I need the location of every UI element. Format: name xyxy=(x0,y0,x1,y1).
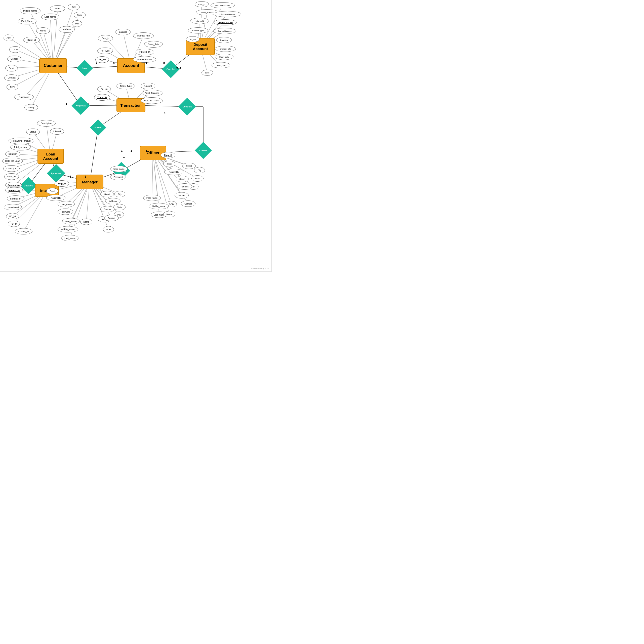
attr-street-mgr: Street xyxy=(100,191,114,197)
attr-city-off: City xyxy=(194,167,205,173)
attr-address-off: Address xyxy=(177,183,192,190)
attr-state-cust: State xyxy=(74,12,86,18)
attr-email-off: Email xyxy=(163,161,175,167)
attr-trans-type: Trans_Type xyxy=(116,83,135,89)
attr-savings-int: Savings_int xyxy=(7,195,24,202)
attr-loan-id: Loan_ID xyxy=(4,173,19,180)
attr-deposit-acc-type: DepositAccType xyxy=(211,2,235,8)
cardinality-label: 1 xyxy=(70,175,71,178)
attr-middle-name: Middle_Name xyxy=(20,7,41,14)
attr-address-cust: Address xyxy=(59,26,75,33)
relation-updates: Updates xyxy=(20,177,37,194)
attr-interest-id: Interest_ID xyxy=(5,187,23,193)
attr-emp-id-mgr: Emp_ID xyxy=(55,180,69,187)
attr-state-off: State xyxy=(191,175,204,182)
attr-current-int: Current_int xyxy=(15,228,32,234)
attr-last-name-mgr: Last_Name xyxy=(61,235,78,241)
cardinality-label: n xyxy=(56,164,57,167)
entity-manager-label: Manager xyxy=(82,180,98,184)
attr-ac-no-dep: Ac_No xyxy=(186,36,199,42)
attr-email-mgr: Email xyxy=(46,188,58,194)
attr-state-mgr: State xyxy=(113,204,126,210)
attr-nationality-mgr: Nationality xyxy=(46,195,65,201)
attr-interest-rate-acc: Interest_rate xyxy=(133,32,154,39)
attr-close-date: Close_date xyxy=(212,62,230,68)
attr-first-name-mgr: First_Name xyxy=(62,218,80,224)
attr-trans-id: Trans_ID xyxy=(94,94,110,101)
attr-middle-name-mgr: Middle_Name xyxy=(58,226,78,232)
entity-deposit-label: DepositAccount xyxy=(193,42,208,51)
attr-loan-interest: LoanInterest xyxy=(4,204,22,210)
relation-approves-label: Approves xyxy=(51,172,61,175)
entity-customer-label: Customer xyxy=(44,63,63,68)
attr-nationality-off: Nationality xyxy=(164,169,183,175)
cardinality-label: n xyxy=(163,61,165,64)
attr-email-cust: Email xyxy=(5,65,18,71)
entity-loan-label: LoanAccount xyxy=(43,152,58,160)
cardinality-label: 1 xyxy=(146,61,147,64)
cardinality-label: n xyxy=(115,103,116,106)
relation-controls: Controls xyxy=(178,98,196,116)
relation-updates-label: Updates xyxy=(24,184,33,187)
attr-amount: Amount xyxy=(141,83,155,89)
attr-gender-cust: Gender xyxy=(7,56,21,62)
attr-password-gov: Password xyxy=(110,174,126,180)
attr-emp-id-off: Emp_ID xyxy=(161,152,175,158)
cardinality-label: 1 xyxy=(131,149,132,152)
attr-age: Age xyxy=(4,34,14,41)
relation-makes: Makes xyxy=(90,119,106,136)
attr-interest-loan: Interest xyxy=(50,128,64,135)
attr-total-balance: Total_Balance xyxy=(142,90,163,96)
attr-gender-off: Gender xyxy=(175,192,189,198)
attr-closure-type: ClosureType xyxy=(188,27,208,33)
attr-cust-id-dep: Cust_id xyxy=(195,1,209,7)
watermark: www.creately.com xyxy=(251,267,269,269)
attr-dob-cust: DOB xyxy=(9,46,21,53)
attr-city-cust: City xyxy=(68,4,80,10)
attr-username-gov: User_name xyxy=(110,166,128,172)
relation-has-label: has xyxy=(83,67,87,70)
attr-city-mgr: City xyxy=(114,191,125,197)
attr-first-name-off: First_Name xyxy=(143,195,161,201)
attr-gender-mgr: Gender xyxy=(100,206,114,212)
attr-street-cust: Street xyxy=(50,5,65,12)
relation-controls-label: Controls xyxy=(183,105,192,108)
cardinality-label: n xyxy=(113,61,115,64)
attr-fd-int: FD_int xyxy=(8,221,20,227)
cardinality-label: n xyxy=(164,111,166,114)
attr-current-balance: CurrentBalance xyxy=(213,28,236,34)
attr-salary-cust: Salary xyxy=(24,104,38,111)
entity-customer: Customer xyxy=(39,58,67,73)
attr-interest-id-dep: InterestId xyxy=(190,18,209,24)
attr-contact-off: Contact xyxy=(181,200,195,207)
cardinality-label: n xyxy=(88,102,90,105)
relation-has: has xyxy=(76,60,93,76)
entity-officer-label: Officer xyxy=(147,151,160,155)
attr-street-off: Street xyxy=(182,163,196,169)
entity-manager: Manager xyxy=(76,175,103,189)
attr-name-off: Name xyxy=(163,211,175,217)
attr-date-of-trans: Date_of_Trans xyxy=(141,97,163,104)
attr-balance: Balance xyxy=(115,29,131,35)
attr-contact-mgr: Contact xyxy=(104,215,119,221)
entity-transaction-label: Transaction xyxy=(120,103,141,107)
attr-password-mgr: Password xyxy=(58,209,73,215)
attr-status: Status xyxy=(26,129,40,135)
attr-duration-loan: Duration xyxy=(5,151,20,157)
attr-remaining-amount: Remaining_amount xyxy=(9,138,34,144)
attr-interest-rate-dep: Interest_rate xyxy=(215,46,236,52)
attr-description: Description xyxy=(37,120,56,127)
attr-interest-id-acc: Interest_ID xyxy=(136,49,154,55)
relation-requests: Requests xyxy=(71,96,90,115)
cardinality-label: 1 xyxy=(96,61,97,64)
attr-pan: PAN xyxy=(7,84,18,90)
attr-middle-name-off: Middle_Name xyxy=(149,203,169,209)
attr-name-cust: Name xyxy=(36,27,50,34)
attr-ac-type: Ac_Type xyxy=(97,48,113,54)
attr-total-amount: Total_amount xyxy=(10,144,31,150)
cardinality-label: 1 xyxy=(146,149,147,152)
relation-creates-label: Creates xyxy=(199,149,207,152)
attr-ac-no-trans: Ac_No xyxy=(97,86,111,92)
entity-loan-account: LoanAccount xyxy=(37,149,64,164)
attr-loan-type: LoanType xyxy=(3,165,20,172)
